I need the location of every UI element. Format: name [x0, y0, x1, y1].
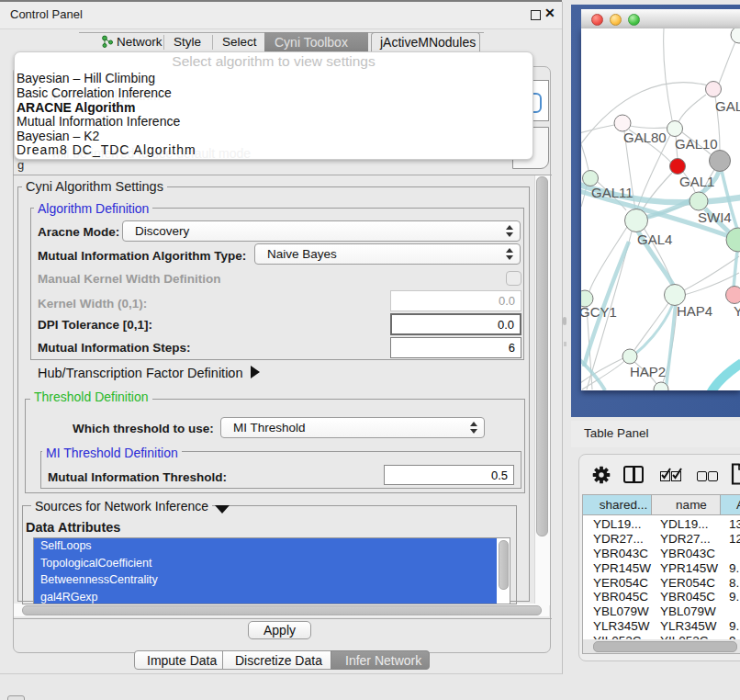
svg-text:SWI4: SWI4: [698, 209, 732, 225]
svg-text:GAL1: GAL1: [679, 174, 714, 189]
svg-text:HAP2: HAP2: [630, 364, 666, 379]
svg-text:GCY1: GCY1: [581, 304, 617, 320]
svg-text:GAL7: GAL7: [715, 98, 740, 114]
svg-text:HAP4: HAP4: [677, 303, 712, 319]
svg-text:GAL4: GAL4: [637, 231, 672, 247]
svg-text:GAL80: GAL80: [623, 130, 667, 145]
svg-text:GAL11: GAL11: [591, 185, 633, 200]
svg-text:GAL10: GAL10: [675, 136, 718, 152]
svg-text:Y: Y: [734, 303, 740, 319]
